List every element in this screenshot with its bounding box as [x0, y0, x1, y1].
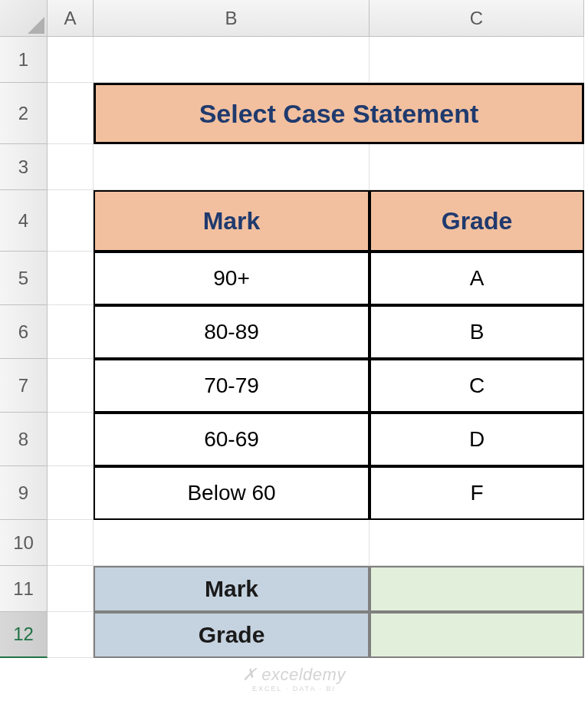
cell-a9[interactable]	[48, 466, 94, 520]
row-header-10[interactable]: 10	[0, 520, 48, 566]
table-cell-grade[interactable]: F	[370, 466, 584, 520]
title-cell[interactable]: Select Case Statement	[94, 83, 584, 144]
table-cell-mark[interactable]: 70-79	[94, 359, 370, 413]
row-header-5[interactable]: 5	[0, 252, 48, 305]
cell-b10[interactable]	[94, 520, 370, 566]
table-cell-mark[interactable]: 90+	[94, 252, 370, 305]
table-cell-mark[interactable]: 80-89	[94, 305, 370, 359]
table-cell-grade[interactable]: D	[370, 413, 584, 466]
col-header-b[interactable]: B	[94, 0, 370, 37]
row-header-3[interactable]: 3	[0, 144, 48, 190]
watermark-sub: EXCEL · DATA · BI	[242, 685, 346, 692]
cell-a10[interactable]	[48, 520, 94, 566]
row-header-4[interactable]: 4	[0, 190, 48, 252]
input-label-mark[interactable]: Mark	[94, 566, 370, 612]
cell-a6[interactable]	[48, 305, 94, 359]
cell-a5[interactable]	[48, 252, 94, 305]
cell-a8[interactable]	[48, 413, 94, 466]
row-header-8[interactable]: 8	[0, 413, 48, 466]
table-cell-mark[interactable]: Below 60	[94, 466, 370, 520]
row-header-12[interactable]: 12	[0, 612, 48, 658]
row-header-6[interactable]: 6	[0, 305, 48, 359]
cell-c3[interactable]	[370, 144, 584, 190]
cell-a1[interactable]	[48, 37, 94, 83]
spreadsheet-grid: A B C 1 2 Select Case Statement 3 4 Mark…	[0, 0, 588, 658]
cell-b1[interactable]	[94, 37, 370, 83]
col-header-a[interactable]: A	[48, 0, 94, 37]
table-cell-grade[interactable]: B	[370, 305, 584, 359]
cell-a2[interactable]	[48, 83, 94, 144]
cell-b3[interactable]	[94, 144, 370, 190]
watermark: ✗ exceldemy EXCEL · DATA · BI	[242, 665, 346, 692]
table-cell-grade[interactable]: A	[370, 252, 584, 305]
select-all-corner[interactable]	[0, 0, 48, 37]
row-header-2[interactable]: 2	[0, 83, 48, 144]
input-value-grade[interactable]	[370, 612, 584, 658]
cell-a11[interactable]	[48, 566, 94, 612]
cell-a12[interactable]	[48, 612, 94, 658]
col-header-c[interactable]: C	[370, 0, 584, 37]
row-header-7[interactable]: 7	[0, 359, 48, 413]
row-header-9[interactable]: 9	[0, 466, 48, 520]
table-header-grade[interactable]: Grade	[370, 190, 584, 252]
input-value-mark[interactable]	[370, 566, 584, 612]
table-header-mark[interactable]: Mark	[94, 190, 370, 252]
row-header-11[interactable]: 11	[0, 566, 48, 612]
cell-a3[interactable]	[48, 144, 94, 190]
cell-a7[interactable]	[48, 359, 94, 413]
input-label-grade[interactable]: Grade	[94, 612, 370, 658]
cell-a4[interactable]	[48, 190, 94, 252]
row-header-1[interactable]: 1	[0, 37, 48, 83]
table-cell-mark[interactable]: 60-69	[94, 413, 370, 466]
cell-c1[interactable]	[370, 37, 584, 83]
table-cell-grade[interactable]: C	[370, 359, 584, 413]
cell-c10[interactable]	[370, 520, 584, 566]
watermark-main: ✗ exceldemy	[242, 665, 346, 684]
